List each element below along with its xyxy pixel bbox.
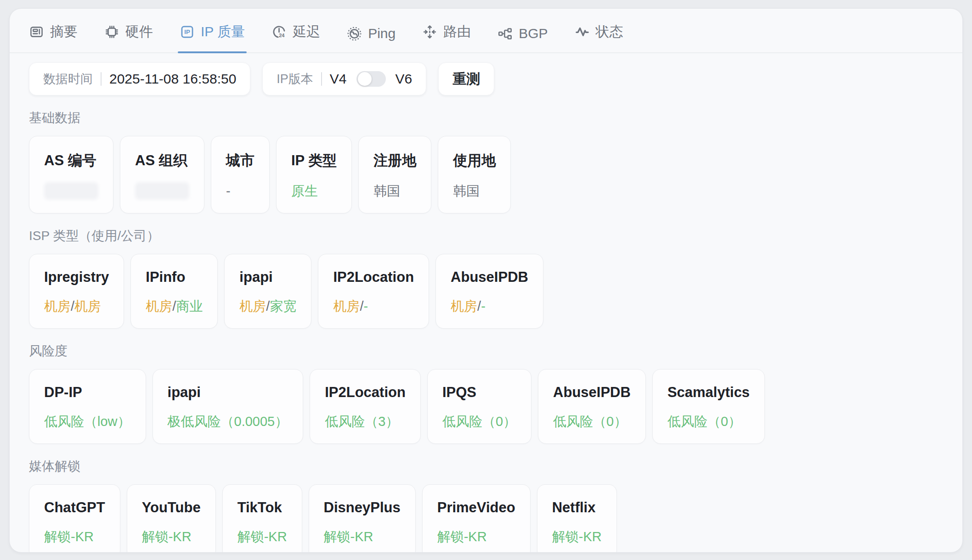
card-value: 解锁-KR	[324, 527, 401, 546]
card-title: AbuseIPDB	[553, 384, 631, 401]
risk-card-row: DP-IP 低风险（low） ipapi 极低风险（0.0005） IP2Loc…	[29, 369, 943, 444]
card-title: AS 组织	[135, 151, 189, 170]
route-icon	[422, 24, 437, 39]
tab-label: IP 质量	[201, 22, 245, 41]
media-card-chatgpt: ChatGPT 解锁-KR	[29, 484, 120, 553]
card-title: YouTube	[142, 499, 201, 516]
section-title-media: 媒体解锁	[29, 458, 943, 475]
tab-label: 路由	[443, 22, 471, 41]
card-title: DP-IP	[44, 384, 131, 401]
card-title: PrimeVideo	[437, 499, 515, 516]
tab-summary[interactable]: 摘要	[29, 22, 78, 52]
retest-label: 重测	[452, 70, 480, 89]
toggle-knob	[358, 72, 372, 86]
retest-button[interactable]: 重测	[438, 62, 494, 95]
tab-ip-quality[interactable]: IP IP 质量	[180, 22, 245, 52]
card-title: IPinfo	[146, 269, 203, 286]
media-card-youtube: YouTube 解锁-KR	[127, 484, 216, 553]
card-value: 机房/机房	[44, 297, 109, 315]
card-value: 机房/-	[451, 297, 528, 315]
isp-card-row: Ipregistry 机房/机房 IPinfo 机房/商业 ipapi 机房/家…	[29, 254, 943, 329]
card-value: 韩国	[453, 182, 496, 200]
media-card-tiktok: TikTok 解锁-KR	[222, 484, 302, 553]
risk-card-dpip: DP-IP 低风险（low）	[29, 369, 146, 444]
card-value: 低风险（0）	[667, 412, 750, 431]
card-title: IPQS	[442, 384, 516, 401]
card-value: 低风险（0）	[553, 412, 631, 431]
controls-row: 数据时间 2025-11-08 16:58:50 IP版本 V4 V6 重测	[29, 62, 943, 95]
data-time-label: 数据时间	[43, 71, 93, 87]
tab-label: 延迟	[293, 22, 320, 41]
card-title: IP2Location	[325, 384, 406, 401]
card-title: IP2Location	[333, 269, 414, 286]
v4-label: V4	[330, 71, 347, 87]
basic-card-row: AS 编号 AS 组织 城市 - IP 类型 原生 注册地 韩国 使用地 韩国	[29, 136, 943, 213]
media-card-netflix: Netflix 解锁-KR	[537, 484, 617, 553]
tab-label: BGP	[519, 26, 548, 41]
info-card-registered: 注册地 韩国	[358, 136, 431, 213]
latency-clock-icon: 24	[271, 24, 287, 39]
card-title: IP 类型	[291, 151, 337, 170]
bgp-icon	[497, 26, 513, 41]
risk-card-abuseipdb: AbuseIPDB 低风险（0）	[538, 369, 646, 444]
tab-route[interactable]: 路由	[422, 22, 471, 52]
tab-bgp[interactable]: BGP	[497, 26, 548, 52]
main-panel: 摘要 硬件 IP IP 质量	[9, 8, 963, 553]
tab-bar: 摘要 硬件 IP IP 质量	[10, 9, 962, 53]
svg-text:24: 24	[279, 33, 285, 38]
info-card-as-org: AS 组织	[120, 136, 204, 213]
v6-label: V6	[396, 71, 413, 87]
tab-latency[interactable]: 24 延迟	[271, 22, 320, 52]
card-value: 低风险（low）	[44, 412, 131, 431]
isp-card-ip2location: IP2Location 机房/-	[318, 254, 429, 329]
card-title: Netflix	[552, 499, 602, 516]
ip-version-toggle[interactable]	[356, 71, 386, 87]
isp-card-ipinfo: IPinfo 机房/商业	[130, 254, 218, 329]
card-value: 解锁-KR	[142, 527, 201, 546]
ip-badge-icon: IP	[180, 24, 195, 39]
info-card-as-number: AS 编号	[29, 136, 113, 213]
globe-icon	[347, 26, 362, 41]
data-time-card: 数据时间 2025-11-08 16:58:50	[29, 62, 250, 95]
section-title-basic: 基础数据	[29, 109, 943, 127]
ip-version-label: IP版本	[277, 71, 313, 87]
card-title: ipapi	[239, 269, 296, 286]
card-value: 低风险（3）	[325, 412, 406, 431]
divider	[101, 72, 102, 86]
card-title: 城市	[226, 151, 254, 170]
card-title: 使用地	[453, 151, 496, 170]
card-value: -	[226, 182, 254, 200]
risk-card-ipapi: ipapi 极低风险（0.0005）	[153, 369, 304, 444]
risk-card-ipqs: IPQS 低风险（0）	[427, 369, 531, 444]
tab-label: 摘要	[50, 22, 78, 41]
info-card-usage-location: 使用地 韩国	[438, 136, 511, 213]
card-value: 机房/-	[333, 297, 414, 315]
card-value: 机房/商业	[146, 297, 203, 315]
tab-ping[interactable]: Ping	[347, 26, 396, 52]
tab-hardware[interactable]: 硬件	[104, 22, 153, 52]
tab-label: Ping	[368, 26, 396, 41]
card-title: ipapi	[168, 384, 288, 401]
media-card-disneyplus: DisneyPlus 解锁-KR	[309, 484, 416, 553]
card-value: 原生	[291, 182, 337, 200]
svg-text:IP: IP	[184, 28, 190, 35]
summary-icon	[29, 24, 44, 39]
cpu-icon	[104, 24, 119, 39]
tab-status[interactable]: 状态	[575, 22, 623, 52]
ip-version-card: IP版本 V4 V6	[262, 62, 426, 95]
card-title: Scamalytics	[667, 384, 750, 401]
redacted-value	[135, 182, 189, 200]
card-value: 极低风险（0.0005）	[168, 412, 288, 431]
isp-card-ipregistry: Ipregistry 机房/机房	[29, 254, 124, 329]
card-value: 机房/家宽	[239, 297, 296, 315]
divider	[321, 72, 322, 86]
card-value: 低风险（0）	[442, 412, 516, 431]
card-value: 解锁-KR	[44, 527, 105, 546]
card-title: AS 编号	[44, 151, 98, 170]
redacted-value	[44, 182, 98, 200]
data-time-value: 2025-11-08 16:58:50	[109, 71, 236, 87]
card-value: 解锁-KR	[437, 527, 515, 546]
card-value: 韩国	[373, 182, 416, 200]
card-title: 注册地	[373, 151, 416, 170]
card-title: ChatGPT	[44, 499, 105, 516]
